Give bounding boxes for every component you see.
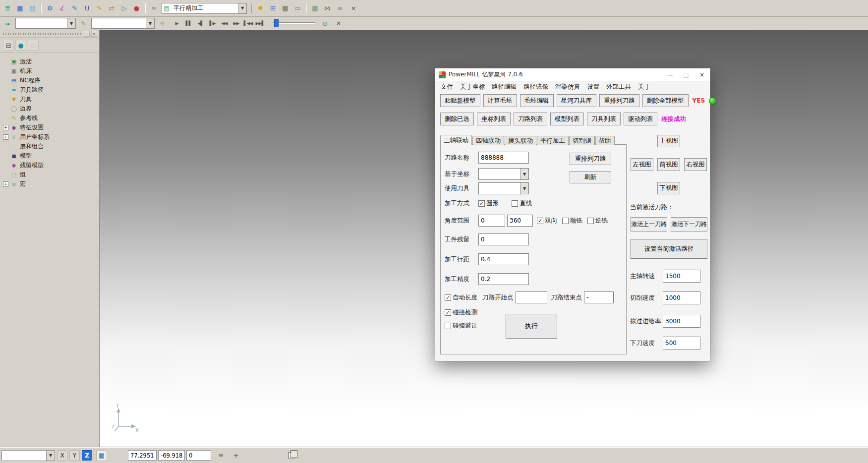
tree-item-groups[interactable]: □组	[3, 170, 98, 179]
dialog-titlebar[interactable]: PowerMILL 忆梦星河 7.0.6 — □ ×	[435, 68, 710, 81]
step-back-button[interactable]: ◀▌	[195, 18, 206, 29]
list-button[interactable]: 驱动列表	[624, 113, 657, 125]
tree-item-models[interactable]: ◼模型	[3, 151, 98, 161]
stock-remain-input[interactable]	[478, 233, 529, 245]
cutting-speed-input[interactable]	[663, 291, 700, 304]
list-button[interactable]: 删除已选	[440, 113, 474, 125]
globe-icon[interactable]: ●	[15, 40, 26, 51]
action-button[interactable]: 删除全部模型	[642, 94, 689, 107]
annotate-u-icon[interactable]: U	[81, 2, 93, 14]
tab[interactable]: 帮助	[595, 136, 615, 145]
activate-prev-toolpath-button[interactable]: 激活上一刀路	[631, 217, 667, 232]
menu-item[interactable]: 设置	[583, 83, 603, 91]
skim-feed-input[interactable]	[663, 315, 700, 328]
set-active-path-button[interactable]: 设置当前激活路径	[631, 239, 707, 259]
chevron-down-icon[interactable]: ▼	[146, 18, 154, 28]
strategy-dropdown[interactable]: ▤ 平行精加工 ▼	[162, 3, 247, 14]
simulation-tool-dropdown[interactable]: ▼	[91, 18, 155, 29]
pause-button[interactable]: ▌▌	[183, 18, 194, 29]
collision-avoid-checkbox[interactable]: 碰撞避让	[445, 322, 477, 330]
lightbulb-icon[interactable]: ☼	[157, 18, 168, 29]
go-end-button[interactable]: ▶▶▌	[254, 18, 266, 29]
step-forward-button[interactable]: ▌▶	[207, 18, 218, 29]
chevron-down-icon[interactable]: ▼	[520, 169, 528, 179]
simulation-speed-slider[interactable]	[273, 19, 315, 28]
tree-item-workplanes[interactable]: ++用户坐标系	[3, 132, 98, 142]
action-button[interactable]: 重排列刀路	[599, 94, 639, 107]
pages-icon[interactable]	[289, 452, 294, 459]
chevron-down-icon[interactable]: ▼	[46, 451, 55, 461]
action-button[interactable]: 粘贴新模型	[440, 94, 480, 107]
menu-item[interactable]: 文件	[437, 83, 457, 91]
action-button[interactable]: 毛坯编辑	[520, 94, 554, 107]
slider-track[interactable]	[273, 22, 315, 24]
bidirectional-checkbox[interactable]: 双向	[537, 217, 557, 225]
export-icon[interactable]: ▷	[118, 2, 130, 14]
tree-item-nc-programs[interactable]: ▤NC程序	[3, 76, 98, 85]
action-button[interactable]: 星河刀具库	[557, 94, 597, 107]
tree-item-levels-sets[interactable]: ≣层和组合	[3, 142, 98, 151]
spindle-speed-input[interactable]	[663, 270, 700, 283]
tree-item-macros[interactable]: +≡宏	[3, 179, 98, 189]
toolpath-ribbon-icon[interactable]: ≈	[2, 18, 13, 29]
auto-length-checkbox[interactable]: 自动长度	[445, 293, 477, 302]
list-button[interactable]: 模型列表	[550, 113, 584, 125]
close-button[interactable]: ×	[694, 68, 710, 81]
clock-icon[interactable]: ⊙	[319, 18, 331, 29]
curve-edit-icon[interactable]: ✎	[69, 2, 80, 14]
plunge-speed-input[interactable]	[663, 337, 700, 349]
menu-item[interactable]: 关于坐标	[457, 83, 488, 91]
angle-from-input[interactable]	[478, 215, 505, 227]
stats-icon[interactable]: ▥	[309, 2, 321, 14]
tab[interactable]: 切割锯	[569, 136, 595, 145]
expander-icon[interactable]: +	[3, 125, 8, 130]
tree-item-stock-models[interactable]: ◆残留模型	[3, 161, 98, 170]
view-left-button[interactable]: 左视图	[631, 158, 653, 171]
tree-item-feature-sets[interactable]: +◆特征设置	[3, 123, 98, 132]
tree-item-tools[interactable]: ▼刀具	[3, 95, 98, 104]
menu-item[interactable]: 外部工具	[603, 83, 635, 91]
list-button[interactable]: 刀路列表	[514, 113, 547, 125]
end-point-input[interactable]	[584, 291, 614, 303]
cursor-z-input[interactable]	[186, 450, 211, 461]
axes-cross-icon[interactable]: +	[231, 451, 241, 461]
menu-item[interactable]: 渲染仿真	[552, 83, 583, 91]
binoculars-icon[interactable]: ∞	[334, 2, 346, 14]
expander-icon[interactable]: +	[3, 134, 8, 140]
list-button[interactable]: 坐标列表	[477, 113, 511, 125]
line-checkbox[interactable]: 直线	[512, 199, 532, 208]
axis-x-button[interactable]: X	[57, 450, 67, 461]
view-top-button[interactable]: 上视图	[657, 135, 680, 147]
maximize-button[interactable]: □	[678, 68, 694, 81]
base-coord-select[interactable]: ▼	[478, 168, 529, 180]
grid-table-icon[interactable]: ▦	[96, 450, 107, 461]
tab[interactable]: 四轴联动	[472, 136, 504, 145]
tab[interactable]: 三轴联动	[440, 135, 472, 145]
fast-forward-button[interactable]: ▶▶	[231, 18, 242, 29]
toolpath-name-input[interactable]	[478, 152, 529, 164]
activate-next-toolpath-button[interactable]: 激活下一刀路	[671, 217, 707, 232]
rearrange-toolpaths-button[interactable]: 重排列刀路	[570, 153, 611, 165]
list-icon[interactable]: ≡	[216, 451, 226, 461]
pencil-icon[interactable]: ✎	[94, 2, 105, 14]
toolbar-close-button[interactable]: ×	[349, 4, 357, 12]
calculator-icon[interactable]: ▦	[280, 2, 291, 14]
go-start-button[interactable]: ▌◀◀	[242, 18, 254, 29]
conventional-checkbox[interactable]: 逆铣	[587, 217, 608, 225]
tree-item-active[interactable]: ▣激活	[3, 57, 98, 66]
tab[interactable]: 平行加工	[537, 136, 569, 145]
menu-item[interactable]: 路径编辑	[488, 83, 520, 91]
ruler-icon[interactable]: ▭	[292, 2, 303, 14]
user-icon[interactable]: ●	[131, 2, 142, 14]
climb-checkbox[interactable]: 顺铣	[562, 217, 582, 225]
play-button[interactable]: ▶	[171, 18, 182, 29]
start-point-input[interactable]	[516, 291, 547, 303]
menu-item[interactable]: 关于	[635, 83, 654, 91]
tool-icon[interactable]: ✱	[255, 2, 266, 14]
close-panel-button[interactable]: ×	[91, 31, 97, 37]
clip-icon[interactable]: ⋈	[322, 2, 333, 14]
gear-icon[interactable]: ⚙	[44, 2, 56, 14]
minimize-button[interactable]: —	[662, 68, 678, 81]
axis-z-button[interactable]: Z	[82, 450, 92, 461]
stepover-input[interactable]	[478, 253, 529, 265]
